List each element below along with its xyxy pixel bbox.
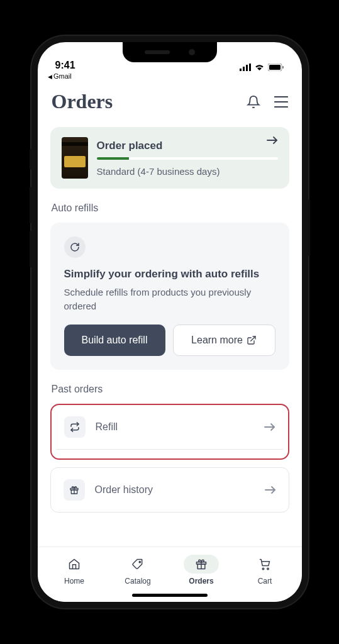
svg-point-22	[267, 568, 269, 570]
svg-line-11	[251, 336, 255, 341]
svg-rect-2	[246, 65, 248, 71]
tab-catalog[interactable]: Catalog	[106, 555, 170, 586]
cart-icon	[258, 558, 271, 570]
arrow-right-icon	[264, 423, 275, 431]
active-order-card[interactable]: Order placed Standard (4-7 business days…	[50, 127, 289, 189]
cellular-icon	[240, 64, 251, 71]
notifications-button[interactable]	[247, 94, 260, 109]
order-history-card: Order history	[50, 467, 289, 513]
tag-icon	[131, 558, 144, 570]
svg-rect-1	[243, 67, 245, 71]
tab-home-label: Home	[64, 577, 84, 586]
section-past-orders: Past orders	[52, 384, 288, 395]
home-indicator[interactable]	[132, 594, 208, 597]
bell-icon	[247, 94, 260, 109]
refill-row-highlight: Refill	[50, 404, 289, 460]
tab-cart[interactable]: Cart	[233, 555, 297, 586]
order-history-label: Order history	[95, 484, 255, 496]
menu-icon	[274, 96, 288, 108]
svg-rect-3	[249, 64, 251, 71]
order-status-title: Order placed	[97, 140, 278, 152]
auto-refill-desc: Schedule refills from products you previ…	[64, 286, 275, 313]
svg-point-21	[262, 568, 264, 570]
svg-point-17	[139, 562, 140, 563]
order-shipping-info: Standard (4-7 business days)	[97, 166, 278, 177]
status-time: 9:41	[55, 60, 75, 71]
learn-more-button[interactable]: Learn more	[173, 325, 275, 356]
gift-icon	[195, 558, 208, 570]
order-history-row[interactable]: Order history	[51, 468, 289, 512]
back-to-app[interactable]: Gmail	[38, 72, 302, 82]
svg-rect-6	[282, 66, 284, 69]
refill-icon	[64, 416, 86, 438]
svg-rect-0	[240, 69, 242, 71]
build-auto-refill-button[interactable]: Build auto refill	[64, 325, 165, 356]
tab-orders-label: Orders	[189, 577, 213, 586]
tab-orders[interactable]: Orders	[170, 555, 233, 586]
gift-icon	[64, 479, 85, 501]
section-auto-refills: Auto refills	[52, 203, 288, 214]
learn-more-label: Learn more	[191, 335, 243, 346]
product-image	[62, 137, 88, 179]
refill-label: Refill	[96, 421, 254, 433]
refresh-icon	[64, 236, 86, 258]
external-link-icon	[247, 335, 257, 345]
refill-row[interactable]: Refill	[57, 405, 283, 450]
tab-cart-label: Cart	[258, 577, 272, 586]
tab-catalog-label: Catalog	[125, 577, 150, 586]
auto-refill-title: Simplify your ordering with auto refills	[64, 268, 275, 280]
home-icon	[68, 558, 81, 570]
arrow-right-icon	[267, 136, 278, 145]
battery-icon	[268, 64, 284, 71]
page-title: Orders	[52, 90, 113, 113]
tab-bar: Home Catalog Orders Cart	[38, 547, 302, 602]
wifi-icon	[254, 64, 265, 71]
tab-home[interactable]: Home	[43, 555, 106, 586]
auto-refill-promo-card: Simplify your ordering with auto refills…	[50, 223, 289, 370]
arrow-right-icon	[265, 486, 276, 494]
svg-rect-5	[269, 65, 281, 70]
menu-button[interactable]	[274, 96, 288, 108]
order-progress	[97, 157, 278, 160]
